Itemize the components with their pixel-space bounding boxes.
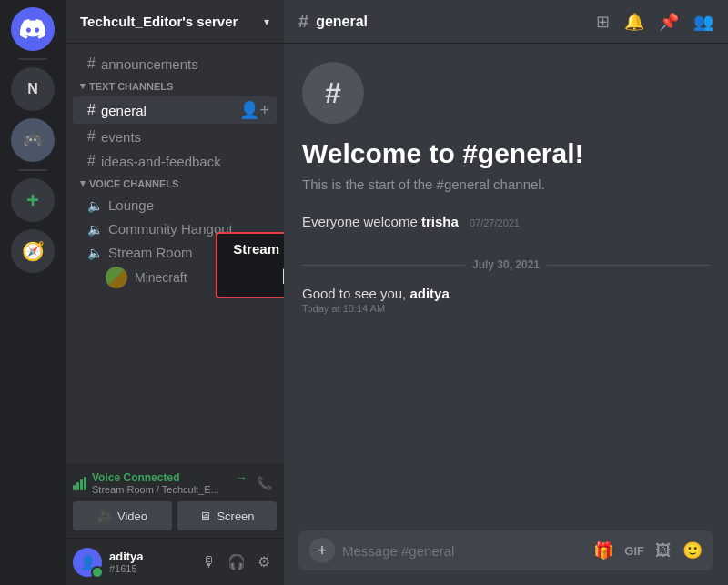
voice-controls: → 📞 xyxy=(235,470,277,496)
server-divider xyxy=(18,58,47,60)
add-server-button[interactable]: + xyxy=(11,178,55,222)
user-avatar: 👤 xyxy=(73,548,102,577)
add-member-icon[interactable]: 👤+ xyxy=(239,100,269,120)
hash-icon: # xyxy=(87,55,96,72)
channel-sidebar: Techcult_Editor's server ▾ # announcemen… xyxy=(66,0,284,585)
voice-connected-panel: Voice Connected Stream Room / Techcult_E… xyxy=(66,463,284,538)
screen-share-button[interactable]: 🖥 Screen xyxy=(177,501,277,530)
welcome-title: Welcome to #general! xyxy=(302,138,584,169)
user-settings-button[interactable]: ⚙ xyxy=(251,550,277,575)
minecraft-avatar xyxy=(106,267,127,288)
gift-icon[interactable]: 🎁 xyxy=(593,540,613,560)
voice-info-row: Voice Connected Stream Room / Techcult_E… xyxy=(73,470,277,496)
user-tag: #1615 xyxy=(109,563,189,574)
server-name: Techcult_Editor's server xyxy=(80,14,238,29)
channels-list: # announcements ▾ TEXT CHANNELS # genera… xyxy=(66,44,284,463)
channel-header: # general ⊞ 🔔 📌 👥 xyxy=(284,0,728,44)
user-avatar-image: 👤 xyxy=(80,555,96,570)
hashtag-settings-icon[interactable]: ⊞ xyxy=(596,12,610,32)
welcome-section: # Welcome to #general! This is the start… xyxy=(302,62,710,192)
user-panel: 👤 aditya #1615 🎙 🎧 ⚙ xyxy=(66,538,284,585)
message-input-box: + 🎁 GIF 🖼 🙂 xyxy=(298,530,713,570)
message-timestamp-2: Today at 10:14 AM xyxy=(302,303,710,314)
date-divider: July 30, 2021 xyxy=(302,258,710,271)
message-input-area: + 🎁 GIF 🖼 🙂 xyxy=(284,530,728,585)
message-group-2: Good to see you, aditya Today at 10:14 A… xyxy=(302,286,710,314)
deafen-button[interactable]: 🎧 xyxy=(224,550,249,575)
voice-settings-btn[interactable]: 📞 xyxy=(251,470,277,496)
channel-header-name: general xyxy=(316,14,368,30)
voice-action-buttons: 🎥 Video 🖥 Screen xyxy=(73,501,277,530)
members-icon[interactable]: 👥 xyxy=(693,12,713,32)
voice-status-row: Voice Connected Stream Room / Techcult_E… xyxy=(73,471,219,495)
voice-location-label: Stream Room / Techcult_E... xyxy=(92,484,219,495)
server-divider-2 xyxy=(18,169,47,171)
channel-hash-icon: # xyxy=(298,11,308,32)
server-dropdown-arrow: ▾ xyxy=(264,15,269,28)
message-text-1: Everyone welcome trisha 07/27/2021 xyxy=(302,214,710,229)
voice-channel-lounge[interactable]: 🔈 Lounge xyxy=(73,194,277,217)
speaker-icon-hangout: 🔈 xyxy=(87,222,103,237)
channel-announcements[interactable]: # announcements xyxy=(73,52,277,76)
text-channels-section[interactable]: ▾ TEXT CHANNELS xyxy=(66,76,284,96)
video-button[interactable]: 🎥 Video xyxy=(73,501,172,530)
main-content: # general ⊞ 🔔 📌 👥 # Welcome to #general!… xyxy=(284,0,728,585)
server-header[interactable]: Techcult_Editor's server ▾ xyxy=(66,0,284,44)
hash-icon-general: # xyxy=(87,102,96,118)
channel-general[interactable]: # general 👤+ xyxy=(73,96,277,124)
camera-icon: 🎥 xyxy=(97,509,112,523)
signal-bars-icon xyxy=(73,476,86,490)
input-actions: 🎁 GIF 🖼 🙂 xyxy=(593,540,703,560)
voice-channels-section[interactable]: ▾ VOICE CHANNELS xyxy=(66,174,284,193)
message-input[interactable] xyxy=(342,543,586,559)
welcome-subtitle: This is the start of the #general channe… xyxy=(302,177,545,192)
phone-icon: 📞 xyxy=(257,476,272,490)
header-actions: ⊞ 🔔 📌 👥 xyxy=(596,12,713,32)
message-text-2: Good to see you, aditya xyxy=(302,286,710,301)
voice-connected-label: Voice Connected xyxy=(92,471,219,484)
explore-servers-button[interactable]: 🧭 xyxy=(11,229,55,273)
stream-tooltip-title: Stream Minecraft xyxy=(233,241,284,257)
minecraft-avatar-img xyxy=(106,267,127,288)
server-icon-n[interactable]: N xyxy=(11,67,55,111)
stream-minecraft-tooltip: Stream Minecraft 🖥 xyxy=(216,232,284,298)
mute-button[interactable]: 🎙 xyxy=(197,550,222,575)
stream-monitor-icon[interactable]: 🖥 xyxy=(278,264,284,289)
user-actions: 🎙 🎧 ⚙ xyxy=(197,550,277,575)
voice-arrow-icon: → xyxy=(235,470,248,496)
voice-status-info: Voice Connected Stream Room / Techcult_E… xyxy=(92,471,219,495)
server-icon-techcult[interactable]: 🎮 xyxy=(11,118,55,162)
mic-icon: 🎙 xyxy=(202,554,217,570)
app-container: N 🎮 + 🧭 Techcult_Editor's server ▾ # ann… xyxy=(0,0,728,585)
notification-bell-icon[interactable]: 🔔 xyxy=(624,12,644,32)
pin-icon[interactable]: 📌 xyxy=(659,12,679,32)
username: aditya xyxy=(109,550,189,563)
channel-ideas-feedback[interactable]: # ideas-and-feedback xyxy=(73,149,277,173)
date-label: July 30, 2021 xyxy=(472,258,540,271)
speaker-icon-lounge: 🔈 xyxy=(87,198,103,213)
message-group-1: Everyone welcome trisha 07/27/2021 xyxy=(302,214,710,229)
discord-home-button[interactable] xyxy=(11,7,55,51)
emoji-icon[interactable]: 🙂 xyxy=(682,540,703,560)
channel-events[interactable]: # events xyxy=(73,125,277,148)
server-icons-sidebar: N 🎮 + 🧭 xyxy=(0,0,66,585)
headphones-icon: 🎧 xyxy=(228,553,246,570)
user-info: aditya #1615 xyxy=(109,550,189,574)
welcome-hash-icon: # xyxy=(302,62,364,124)
speaker-icon-stream: 🔈 xyxy=(87,246,103,260)
messages-area: # Welcome to #general! This is the start… xyxy=(284,44,728,530)
image-upload-icon[interactable]: 🖼 xyxy=(655,541,672,560)
gif-icon[interactable]: GIF xyxy=(624,544,644,558)
screen-icon: 🖥 xyxy=(199,509,211,523)
stream-room-container: 🔈 Stream Room ▶ Stream Minecraft 🖥 xyxy=(66,241,284,264)
gear-icon: ⚙ xyxy=(258,553,270,570)
hash-icon-ideas: # xyxy=(87,153,96,169)
message-add-button[interactable]: + xyxy=(309,538,335,563)
hash-icon-events: # xyxy=(87,128,96,145)
